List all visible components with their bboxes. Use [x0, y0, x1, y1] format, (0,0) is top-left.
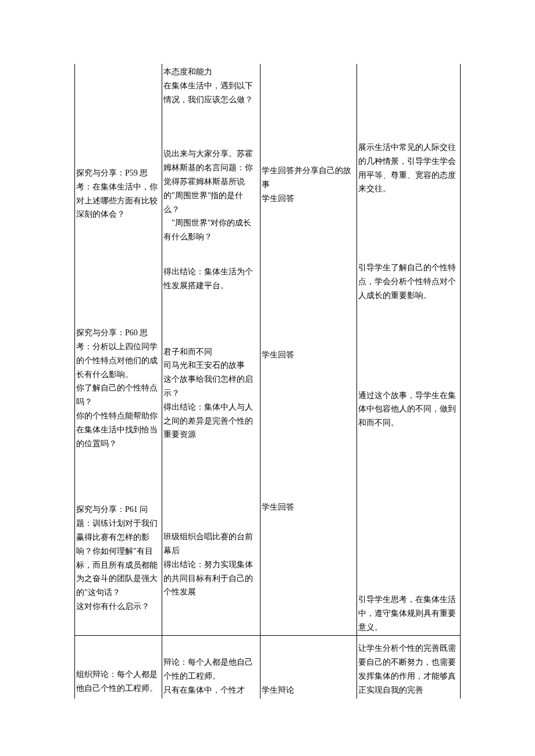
document-page: 探究与分享：P59 思考：在集体生活中，你对上述哪些方面有比较深刻的体会？ 探究… [0, 0, 535, 756]
text: 在集体生活中，遇到以下情况，我们应该怎么做？ [163, 79, 259, 107]
text: 展示生活中常见的人际交往的几种情景，引导学生学会用平等、尊重、宽容的态度来交往。 [358, 141, 459, 196]
text: 得出结论：努力实现集体的共同目标有利于自己的个性发展 [163, 558, 259, 599]
text: 你了解自己的个性特点吗？ [76, 381, 160, 409]
text: 引导学生思考，在集体生活中，遵守集体规则具有重要意义。 [358, 593, 459, 634]
cell-col4: 展示生活中常见的人际交往的几种情景，引导学生学会用平等、尊重、宽容的态度来交往。… [357, 64, 461, 636]
text: 这个故事给我们怎样的启示？ [163, 372, 259, 400]
table-row: 组织辩论：每个人都是他自己个性的工程师。 辩论：每个人都是他自己个性的工程师。 … [75, 636, 461, 698]
text: 你的个性特点能帮助你在集体生活中找到恰当的位置吗？ [76, 409, 160, 450]
text: 通过这个故事，导学生在集体中包容他人的不同，做到和而不同。 [358, 389, 459, 430]
cell-col4: 让学生分析个性的完善既需要自己的不断努力，也需要发挥集体的作用，才能够真正实现自… [357, 636, 461, 698]
text: 本态度和能力 [163, 65, 259, 79]
text: 引导学生了解自己的个性特点，学会分析个性特点对个人成长的重要影响。 [358, 261, 459, 302]
text: 学生辩论 [262, 683, 356, 697]
lesson-plan-table: 探究与分享：P59 思考：在集体生活中，你对上述哪些方面有比较深刻的体会？ 探究… [74, 64, 461, 698]
cell-col1: 组织辩论：每个人都是他自己个性的工程师。 [75, 636, 162, 698]
table-row: 探究与分享：P59 思考：在集体生活中，你对上述哪些方面有比较深刻的体会？ 探究… [75, 64, 461, 636]
cell-col2: 辩论：每个人都是他自己个性的工程师。 只有在集体中，个性才 [162, 636, 260, 698]
cell-col3: 学生回答并分享自己的故事 学生回答 学生回答 学生回答 [260, 64, 357, 636]
text: 学生回答 [262, 348, 356, 362]
text: 探究与分享：P60 思考：分析以上四位同学的个性特点对他们的成长有什么影响。 [76, 326, 160, 381]
text: 只有在集体中，个性才 [163, 683, 259, 697]
text: 班级组织合唱比赛的台前幕后 [163, 530, 259, 558]
text: 探究与分享：P59 思考：在集体生活中，你对上述哪些方面有比较深刻的体会？ [76, 166, 160, 221]
text: 得出结论：集体生活为个性发展搭建平台。 [163, 265, 259, 293]
text: 学生回答并分享自己的故事 [262, 164, 356, 192]
text: 让学生分析个性的完善既需要自己的不断努力，也需要发挥集体的作用，才能够真正实现自… [358, 642, 459, 697]
text: 探究与分享：P61 问题：训练计划对于我们赢得比赛有怎样的影响？你如何理解"有目… [76, 503, 160, 600]
text: 君子和而不同 [163, 345, 259, 359]
text: "周围世界"对你的成长有什么影响？ [163, 216, 259, 244]
cell-col2: 本态度和能力 在集体生活中，遇到以下情况，我们应该怎么做？ 说出来与大家分享。苏… [162, 64, 260, 636]
text: 这对你有什么启示？ [76, 600, 160, 614]
text: 辩论：每个人都是他自己个性的工程师。 [163, 655, 259, 683]
text: 组织辩论：每个人都是他自己个性的工程师。 [76, 668, 160, 696]
cell-col1: 探究与分享：P59 思考：在集体生活中，你对上述哪些方面有比较深刻的体会？ 探究… [75, 64, 162, 636]
text: 学生回答 [262, 500, 356, 514]
text: 得出结论：集体中人与人之间的差异是完善个性的重要资源 [163, 400, 259, 442]
text: 说出来与大家分享。苏霍姆林斯基的名言问题：你觉得苏霍姆林斯基所说的"周围世界"指… [163, 147, 259, 216]
text: 司马光和王安石的故事 [163, 359, 259, 372]
text: 学生回答 [262, 192, 356, 206]
cell-col3: 学生辩论 [260, 636, 357, 698]
